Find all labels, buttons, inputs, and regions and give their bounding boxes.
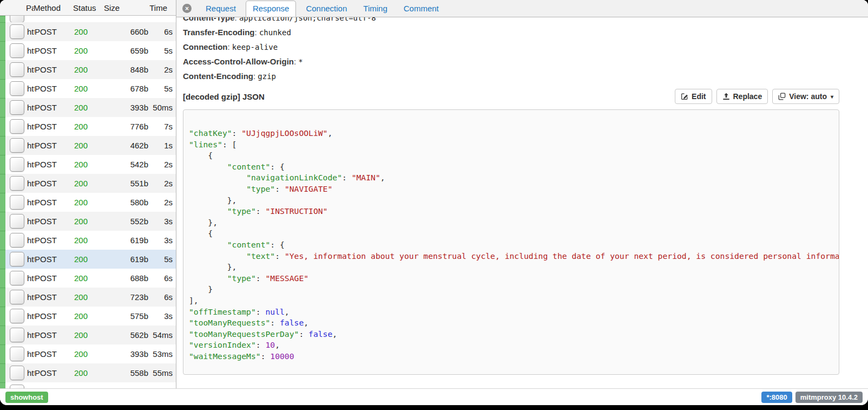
flow-row[interactable]: htt POST 200 678b 5s — [0, 79, 176, 98]
header-value: keep-alive — [232, 43, 278, 51]
flow-size: 776b — [105, 122, 148, 131]
flow-size: 542b — [105, 160, 148, 169]
column-header-status[interactable]: Status — [73, 3, 104, 12]
close-icon[interactable]: × — [182, 4, 192, 13]
flow-time: 7s — [148, 122, 176, 131]
flow-row[interactable]: htt POST 200 393b 53ms — [0, 344, 176, 363]
flow-marker-icon — [10, 366, 24, 380]
flow-status: 200 — [74, 179, 105, 188]
row-marker-strip — [0, 174, 5, 193]
flow-path: htt — [27, 27, 35, 36]
flow-row[interactable]: htt POST 200 551b 2s — [0, 174, 176, 193]
flow-status: 200 — [74, 84, 105, 93]
response-detail: Content-Type: application/json;charset=u… — [176, 17, 868, 388]
column-header-method[interactable]: Method — [34, 3, 73, 12]
replace-button[interactable]: Replace — [716, 89, 768, 104]
flow-table-header: Path Method Status Size Time — [0, 0, 176, 16]
mitmweb-window: Path Method Status Size Time htt POST 20… — [0, 0, 868, 405]
flow-marker-icon — [10, 195, 24, 210]
flow-time: 5s — [148, 255, 176, 264]
flow-size: 660b — [105, 27, 148, 36]
flow-size: 619b — [105, 255, 148, 264]
flow-row[interactable]: htt POST 200 558b 55ms — [0, 363, 176, 382]
upload-icon — [722, 93, 730, 100]
flow-status: 200 — [74, 141, 105, 150]
tab-connection[interactable]: Connection — [299, 1, 353, 16]
flow-time: 3s — [148, 217, 176, 226]
flow-row[interactable]: htt POST 200 462b 1s — [0, 136, 176, 155]
flow-status: 200 — [74, 368, 105, 378]
flow-row[interactable]: htt POST 200 619b 3s — [0, 231, 176, 250]
body-format-label: [decoded gzip] JSON — [183, 92, 265, 101]
row-marker-strip — [0, 307, 5, 326]
flow-time: 5s — [148, 84, 176, 93]
flow-time: 55ms — [148, 368, 176, 378]
header-colon: : — [228, 42, 232, 51]
flow-row[interactable]: htt POST 200 688b 6s — [0, 269, 176, 288]
header-line: Content-Type: application/json;charset=u… — [183, 17, 839, 25]
flow-marker-icon — [10, 62, 24, 77]
tab-timing[interactable]: Timing — [357, 1, 393, 16]
flow-row[interactable]: htt POST 200 552b 3s — [0, 212, 176, 231]
header-value: chunked — [259, 28, 291, 37]
flow-time: 2s — [148, 198, 176, 207]
row-marker-strip — [0, 212, 5, 231]
flow-time: 5s — [148, 46, 176, 55]
flow-row[interactable]: htt POST 200 393b 50ms — [0, 98, 176, 117]
detail-tabs: RequestResponseConnectionTimingComment — [199, 1, 445, 16]
column-header-size[interactable]: Size — [104, 3, 147, 12]
flow-status: 200 — [74, 65, 105, 74]
column-header-path[interactable]: Path — [26, 3, 34, 12]
flow-time: 3s — [148, 236, 176, 245]
row-marker-strip — [0, 326, 5, 344]
flow-row[interactable]: htt POST 200 723b 6s — [0, 288, 176, 307]
tab-comment[interactable]: Comment — [397, 1, 445, 16]
flow-row[interactable]: htt POST 200 562b 54ms — [0, 326, 176, 344]
flow-time: 2s — [148, 160, 176, 169]
flow-path: htt — [27, 368, 35, 378]
flow-marker-icon — [10, 214, 24, 229]
flow-row[interactable]: htt POST 200 660b 6s — [0, 22, 176, 41]
flow-method: POST — [35, 46, 74, 55]
tab-request[interactable]: Request — [199, 1, 242, 16]
response-body-json[interactable]: "chatKey": "UJjqgpjLOOsOOLiW", "lines": … — [183, 110, 839, 367]
flow-time: 6s — [148, 274, 176, 283]
flow-row[interactable]: htt POST 200 580b 2s — [0, 193, 176, 212]
flow-marker-icon — [10, 100, 24, 115]
flow-status: 200 — [74, 27, 105, 36]
flow-row[interactable]: htt POST 200 619b 5s — [0, 250, 176, 269]
view-mode-button[interactable]: View: auto ▾ — [772, 89, 839, 104]
flow-row[interactable]: htt POST 200 542b 2s — [0, 155, 176, 174]
row-marker-strip — [0, 117, 5, 136]
flow-rows: htt POST 200 660b 6s htt POST 200 659b 5… — [0, 16, 176, 388]
flow-row[interactable]: htt POST 200 776b 7s — [0, 117, 176, 136]
flow-status: 200 — [74, 330, 105, 340]
flow-size: 552b — [105, 217, 148, 226]
edit-button[interactable]: Edit — [675, 89, 712, 104]
header-colon: : — [235, 17, 239, 22]
flow-size: 659b — [105, 46, 148, 55]
flow-row-partial[interactable] — [0, 382, 176, 388]
flow-status: 200 — [74, 292, 105, 302]
response-headers: Content-Type: application/json;charset=u… — [183, 17, 839, 83]
flow-size: 688b — [105, 274, 148, 283]
flow-status: 200 — [74, 255, 105, 264]
row-marker-strip — [0, 60, 5, 79]
flow-method: POST — [35, 198, 74, 207]
flow-row[interactable]: htt POST 200 575b 3s — [0, 307, 176, 326]
flow-row[interactable]: htt POST 200 848b 2s — [0, 60, 176, 79]
option-badge-showhost[interactable]: showhost — [5, 392, 48, 403]
tab-response[interactable]: Response — [246, 1, 297, 17]
flow-marker-icon — [10, 43, 24, 58]
flow-size: 558b — [105, 368, 148, 378]
row-marker-strip — [0, 382, 5, 388]
flow-path: htt — [27, 274, 35, 283]
row-marker-strip — [0, 344, 5, 363]
column-header-time[interactable]: Time — [147, 3, 176, 12]
flow-time: 53ms — [148, 349, 176, 359]
header-value: * — [298, 57, 303, 66]
edit-button-label: Edit — [692, 92, 706, 101]
flow-row[interactable]: htt POST 200 659b 5s — [0, 41, 176, 60]
flow-marker-icon — [10, 119, 24, 134]
flow-row-partial[interactable] — [0, 16, 176, 22]
